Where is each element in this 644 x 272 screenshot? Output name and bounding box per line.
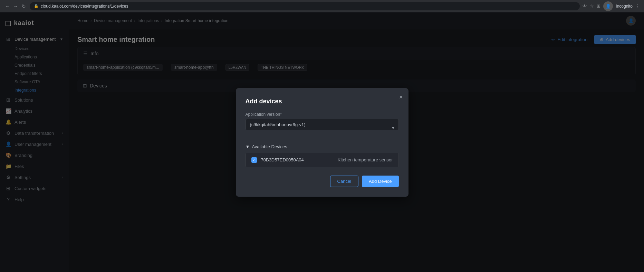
browser-actions: 👁 ☆ ⊞ 👤 Incognito ⋮ (583, 1, 640, 11)
back-button[interactable]: ← (4, 3, 10, 9)
extension-icon: 👁 (583, 3, 587, 9)
list-item[interactable]: ✓ 70B3D57ED0050A04 Kitchen temperature s… (246, 153, 398, 167)
app-version-select[interactable]: (c9kkqitah5mhhoeovr9g-v1) (246, 119, 399, 130)
select-wrapper: (c9kkqitah5mhhoeovr9g-v1) ▼ (246, 119, 399, 137)
modal-close-button[interactable]: × (399, 94, 403, 101)
lock-icon: 🔒 (34, 4, 39, 8)
device-name: Kitchen temperature sensor (338, 157, 393, 162)
reload-button[interactable]: ↻ (21, 3, 27, 9)
device-checkbox[interactable]: ✓ (251, 157, 257, 163)
device-id: 70B3D57ED0050A04 (261, 157, 334, 162)
forward-button[interactable]: → (12, 3, 19, 9)
cancel-button[interactable]: Cancel (330, 176, 358, 187)
incognito-label: Incognito (616, 4, 633, 9)
grid-icon: ⊞ (597, 3, 600, 9)
avatar-icon: 👤 (606, 4, 611, 9)
browser-chrome: ← → ↻ 🔒 cloud.kaaiot.com/devices/integra… (0, 0, 644, 12)
bookmark-icon: ☆ (590, 3, 594, 9)
device-list: ✓ 70B3D57ED0050A04 Kitchen temperature s… (246, 153, 399, 167)
app-version-label: Application version* (246, 112, 399, 117)
available-devices-header: ▼ Available Devices (246, 144, 399, 149)
url-bar[interactable]: 🔒 cloud.kaaiot.com/devices/integrations/… (30, 2, 580, 10)
add-devices-modal: × Add devices Application version* (c9kk… (236, 88, 408, 197)
modal-overlay: × Add devices Application version* (c9kk… (0, 12, 644, 272)
browser-nav: ← → ↻ (4, 3, 27, 9)
modal-title: Add devices (246, 98, 399, 105)
chevron-icon: ▼ (246, 144, 250, 149)
url-text: cloud.kaaiot.com/devices/integrations/1/… (41, 4, 128, 9)
available-devices-label: Available Devices (252, 144, 287, 149)
check-icon: ✓ (252, 158, 256, 162)
modal-footer: Cancel Add Device (246, 176, 399, 187)
avatar[interactable]: 👤 (603, 1, 613, 11)
add-device-button[interactable]: Add Device (362, 176, 398, 187)
menu-icon: ⋮ (635, 3, 640, 9)
